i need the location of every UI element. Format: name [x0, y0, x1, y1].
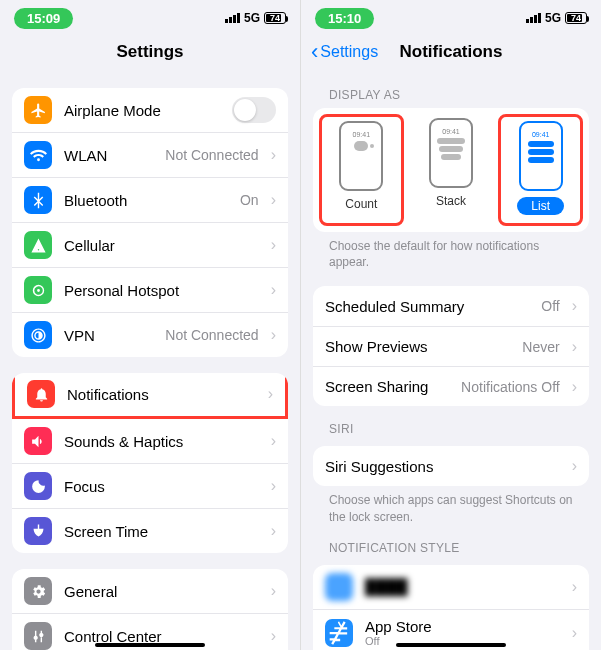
settings-row-notifications[interactable]: Notifications› — [12, 373, 288, 419]
settings-group: General›Control Center›AADisplay & Brigh… — [12, 569, 288, 650]
hotspot-icon — [24, 276, 52, 304]
row-detail: On — [240, 192, 259, 208]
toggle[interactable] — [232, 97, 276, 123]
display-as-label: Count — [345, 197, 377, 211]
display-as-list[interactable]: 09:41List — [498, 114, 583, 226]
row-label: Screen Sharing — [325, 378, 449, 395]
row-label: WLAN — [64, 147, 153, 164]
vpn-icon — [24, 321, 52, 349]
settings-screen: 15:09 5G 74 Settings Airplane ModeWLANNo… — [0, 0, 300, 650]
nav-bar: Settings — [0, 32, 300, 72]
settings-row-cellular[interactable]: Cellular› — [12, 222, 288, 267]
settings-row-wlan[interactable]: WLANNot Connected› — [12, 132, 288, 177]
chevron-right-icon: › — [271, 236, 276, 254]
signal-icon — [225, 13, 240, 23]
network-label: 5G — [244, 11, 260, 25]
chevron-right-icon: › — [271, 582, 276, 600]
cellular-icon — [24, 231, 52, 259]
chevron-right-icon: › — [572, 378, 577, 396]
app-label: ████ — [365, 578, 560, 595]
settings-content[interactable]: Airplane ModeWLANNot Connected›Bluetooth… — [0, 72, 300, 650]
status-bar: 15:09 5G 74 — [0, 0, 300, 32]
settings-row-general[interactable]: General› — [12, 569, 288, 613]
status-time: 15:10 — [315, 8, 374, 29]
signal-icon — [526, 13, 541, 23]
display-as-label: List — [517, 197, 564, 215]
row-screenshare[interactable]: Screen SharingNotifications Off› — [313, 366, 589, 406]
row-label: Scheduled Summary — [325, 298, 529, 315]
appstore-icon — [325, 619, 353, 647]
status-time: 15:09 — [14, 8, 73, 29]
row-label: VPN — [64, 327, 153, 344]
chevron-right-icon: › — [271, 432, 276, 450]
chevron-right-icon: › — [572, 338, 577, 356]
chevron-right-icon: › — [268, 385, 273, 403]
home-indicator[interactable] — [396, 643, 506, 647]
settings-row-airplane[interactable]: Airplane Mode — [12, 88, 288, 132]
settings-row-focus[interactable]: Focus› — [12, 463, 288, 508]
notification-settings-group: Scheduled SummaryOff›Show PreviewsNever›… — [313, 286, 589, 406]
row-label: Show Previews — [325, 338, 510, 355]
chevron-right-icon: › — [271, 326, 276, 344]
display-as-footer: Choose the default for how notifications… — [329, 238, 573, 270]
row-label: Control Center — [64, 628, 259, 645]
back-button[interactable]: ‹ Settings — [311, 41, 378, 63]
page-title: Notifications — [400, 42, 503, 62]
general-icon — [24, 577, 52, 605]
chevron-right-icon: › — [572, 578, 577, 596]
siri-header: SIRI — [329, 422, 585, 436]
app-row-blurred[interactable]: ████› — [313, 565, 589, 609]
settings-row-vpn[interactable]: VPNNot Connected› — [12, 312, 288, 357]
row-label: Personal Hotspot — [64, 282, 259, 299]
network-label: 5G — [545, 11, 561, 25]
nav-bar: ‹ Settings Notifications — [301, 32, 601, 72]
app-label: App Store — [365, 618, 560, 635]
controlcenter-icon — [24, 622, 52, 650]
row-previews[interactable]: Show PreviewsNever› — [313, 326, 589, 366]
row-label: Airplane Mode — [64, 102, 220, 119]
settings-row-screentime[interactable]: Screen Time› — [12, 508, 288, 553]
settings-row-sounds[interactable]: Sounds & Haptics› — [12, 418, 288, 463]
settings-group: Notifications›Sounds & Haptics›Focus›Scr… — [12, 373, 288, 553]
row-label: General — [64, 583, 259, 600]
row-label: Notifications — [67, 386, 256, 403]
row-detail: Not Connected — [165, 327, 258, 343]
row-label: Screen Time — [64, 523, 259, 540]
phone-thumbnail-icon: 09:41 — [339, 121, 383, 191]
notifications-screen: 15:10 5G 74 ‹ Settings Notifications DIS… — [300, 0, 601, 650]
row-label: Cellular — [64, 237, 259, 254]
notifications-content[interactable]: DISPLAY AS 09:41Count09:41Stack09:41List… — [301, 72, 601, 650]
battery-icon: 74 — [264, 12, 286, 24]
app-label-col: ████ — [365, 578, 560, 595]
back-label: Settings — [320, 43, 378, 61]
row-label: Sounds & Haptics — [64, 433, 259, 450]
page-title: Settings — [116, 42, 183, 62]
home-indicator[interactable] — [95, 643, 205, 647]
chevron-right-icon: › — [271, 191, 276, 209]
phone-thumbnail-icon: 09:41 — [519, 121, 563, 191]
chevron-right-icon: › — [271, 522, 276, 540]
settings-row-bluetooth[interactable]: BluetoothOn› — [12, 177, 288, 222]
chevron-right-icon: › — [271, 627, 276, 645]
siri-suggestions-row[interactable]: Siri Suggestions › — [313, 446, 589, 486]
focus-icon — [24, 472, 52, 500]
settings-row-hotspot[interactable]: Personal Hotspot› — [12, 267, 288, 312]
display-as-count[interactable]: 09:41Count — [319, 114, 404, 226]
screentime-icon — [24, 517, 52, 545]
notification-style-group: ████›App StoreOff›CalendarOff› — [313, 565, 589, 650]
phone-thumbnail-icon: 09:41 — [429, 118, 473, 188]
notifications-icon — [27, 380, 55, 408]
chevron-right-icon: › — [572, 457, 577, 475]
battery-icon: 74 — [565, 12, 587, 24]
chevron-left-icon: ‹ — [311, 41, 318, 63]
display-as-group: 09:41Count09:41Stack09:41List — [313, 108, 589, 232]
row-summary[interactable]: Scheduled SummaryOff› — [313, 286, 589, 326]
chevron-right-icon: › — [271, 281, 276, 299]
settings-group: Airplane ModeWLANNot Connected›Bluetooth… — [12, 88, 288, 357]
display-as-header: DISPLAY AS — [329, 88, 585, 102]
row-detail: Never — [522, 339, 559, 355]
blurred-icon — [325, 573, 353, 601]
row-label: Focus — [64, 478, 259, 495]
status-right: 5G 74 — [225, 11, 286, 25]
display-as-stack[interactable]: 09:41Stack — [412, 114, 491, 226]
